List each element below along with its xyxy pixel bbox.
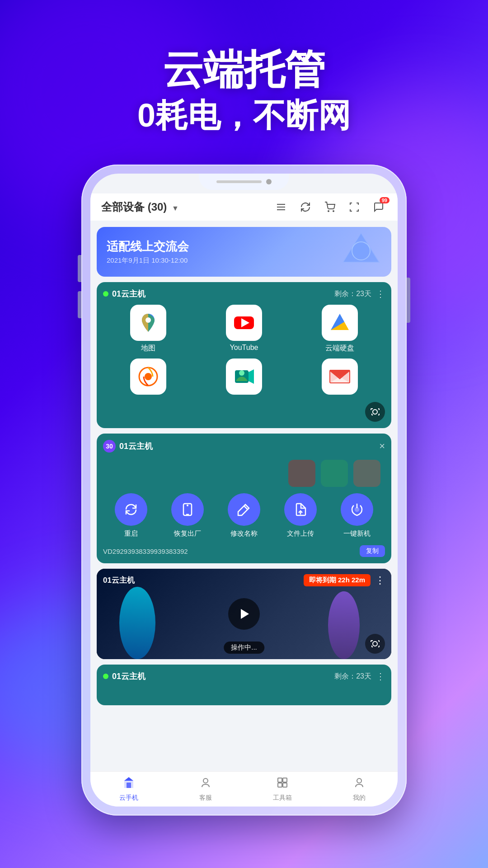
app-item-drive[interactable]: 云端硬盘 bbox=[295, 305, 385, 353]
svg-point-3 bbox=[328, 211, 329, 212]
svg-rect-36 bbox=[278, 778, 282, 782]
svg-marker-32 bbox=[241, 609, 249, 619]
svg-rect-39 bbox=[283, 783, 287, 787]
partial-card-header: 01云主机 剩余：23天 ⋮ bbox=[103, 671, 385, 682]
file-upload-action[interactable]: 文件上传 bbox=[284, 493, 317, 538]
youtube-label: YouTube bbox=[230, 344, 258, 352]
video-bg: 01云主机 即将到期 22h 22m ⋮ 操作中... bbox=[97, 569, 391, 659]
top-bar-icons: 99 bbox=[273, 199, 387, 215]
promo-banner[interactable]: 适配线上交流会 2021年9月1日 10:30-12:00 bbox=[97, 227, 391, 277]
phone-mockup: 全部设备 (30) ▼ bbox=[81, 165, 407, 816]
menu-actions-row: 重启 恢复出厂 bbox=[103, 493, 385, 538]
notch bbox=[199, 174, 289, 190]
nav-mine-label: 我的 bbox=[353, 794, 366, 802]
restart-action[interactable]: 重启 bbox=[115, 493, 147, 538]
svg-rect-34 bbox=[127, 783, 131, 788]
actions-card: 30 01云主机 × bbox=[97, 434, 391, 563]
copy-btn[interactable]: 复制 bbox=[360, 545, 385, 557]
video-more-options[interactable]: ⋮ bbox=[375, 575, 385, 586]
svg-point-40 bbox=[357, 778, 361, 783]
apps-card-right: 剩余：23天 ⋮ bbox=[334, 288, 385, 299]
banner-decoration bbox=[341, 231, 381, 273]
actions-card-header: 30 01云主机 × bbox=[103, 440, 385, 453]
power-btn bbox=[407, 278, 410, 323]
rename-icon bbox=[228, 493, 260, 526]
partial-status-dot bbox=[103, 674, 108, 679]
phone-screen: 全部设备 (30) ▼ bbox=[90, 174, 398, 807]
list-icon-btn[interactable] bbox=[273, 199, 289, 215]
restart-label: 重启 bbox=[124, 529, 138, 538]
music-app-icon bbox=[130, 359, 166, 395]
hero-section: 云端托管 0耗电，不断网 bbox=[137, 45, 351, 137]
new-device-action[interactable]: 一键新机 bbox=[341, 493, 373, 538]
restart-icon bbox=[115, 493, 147, 526]
nav-item-service[interactable]: 客服 bbox=[167, 776, 244, 802]
drive-app-icon bbox=[322, 305, 358, 341]
partial-card: 01云主机 剩余：23天 ⋮ bbox=[97, 665, 391, 705]
factory-reset-label: 恢复出厂 bbox=[174, 529, 201, 538]
gmail-app-icon bbox=[322, 359, 358, 395]
banner-title: 适配线上交流会 bbox=[107, 239, 189, 255]
operating-badge: 操作中... bbox=[224, 642, 264, 654]
partial-remaining: 剩余：23天 bbox=[334, 672, 371, 681]
file-upload-icon bbox=[284, 493, 317, 526]
factory-reset-action[interactable]: 恢复出厂 bbox=[171, 493, 204, 538]
svg-point-4 bbox=[333, 211, 334, 212]
svg-point-16 bbox=[145, 373, 152, 380]
device-count-title[interactable]: 全部设备 (30) ▼ bbox=[101, 200, 267, 214]
bottom-nav: 云手机 客服 bbox=[90, 771, 398, 807]
app-item-meet[interactable] bbox=[199, 359, 289, 397]
video-card[interactable]: 01云主机 即将到期 22h 22m ⋮ 操作中... bbox=[97, 569, 391, 659]
message-icon-btn[interactable]: 99 bbox=[371, 199, 387, 215]
maps-app-icon bbox=[130, 305, 166, 341]
svg-point-20 bbox=[239, 370, 244, 376]
actions-card-left: 30 01云主机 bbox=[103, 440, 153, 453]
drive-label: 云端硬盘 bbox=[325, 344, 354, 353]
video-capture-btn[interactable] bbox=[365, 634, 385, 654]
svg-rect-38 bbox=[278, 783, 282, 787]
banner-text: 适配线上交流会 2021年9月1日 10:30-12:00 bbox=[107, 239, 189, 265]
svg-point-33 bbox=[373, 642, 377, 646]
device-id: VD29293938339939383392 bbox=[103, 547, 355, 555]
scan-icon-btn[interactable] bbox=[346, 199, 362, 215]
svg-point-6 bbox=[352, 242, 370, 260]
banner-subtitle: 2021年9月1日 10:30-12:00 bbox=[107, 256, 189, 265]
char-right bbox=[324, 591, 364, 659]
app-item-gmail[interactable] bbox=[295, 359, 385, 397]
new-device-icon bbox=[341, 493, 373, 526]
meet-app-icon bbox=[226, 359, 262, 395]
app-item-maps[interactable]: 地图 bbox=[103, 305, 193, 353]
notch-camera bbox=[266, 179, 272, 184]
file-upload-label: 文件上传 bbox=[287, 529, 314, 538]
cart-icon-btn[interactable] bbox=[322, 199, 338, 215]
phone-frame: 全部设备 (30) ▼ bbox=[81, 165, 407, 816]
app-item-youtube[interactable]: YouTube bbox=[199, 305, 289, 353]
svg-point-31 bbox=[355, 508, 359, 511]
partial-more-options[interactable]: ⋮ bbox=[376, 671, 385, 682]
factory-reset-icon bbox=[171, 493, 204, 526]
partial-card-title: 01云主机 bbox=[112, 671, 145, 682]
screen-capture-btn[interactable] bbox=[365, 402, 385, 422]
svg-rect-37 bbox=[283, 778, 287, 782]
rename-label: 修改名称 bbox=[230, 529, 258, 538]
rename-action[interactable]: 修改名称 bbox=[228, 493, 260, 538]
svg-point-8 bbox=[145, 317, 151, 323]
apps-grid: 地图 YouTube bbox=[103, 305, 385, 397]
nav-phone-label: 云手机 bbox=[119, 794, 138, 802]
device-num-badge: 30 bbox=[103, 440, 116, 453]
dropdown-arrow[interactable]: ▼ bbox=[172, 204, 179, 212]
close-actions-btn[interactable]: × bbox=[379, 440, 385, 452]
more-options-icon[interactable]: ⋮ bbox=[376, 288, 385, 299]
apps-card-left: 01云主机 bbox=[103, 288, 145, 299]
video-timer: 即将到期 22h 22m bbox=[304, 574, 371, 586]
nav-item-mine[interactable]: 我的 bbox=[321, 776, 398, 802]
screen-content: 全部设备 (30) ▼ bbox=[90, 174, 398, 807]
play-button[interactable] bbox=[228, 598, 260, 630]
nav-item-toolbox[interactable]: 工具箱 bbox=[244, 776, 321, 802]
device-id-row: VD29293938339939383392 复制 bbox=[103, 545, 385, 557]
refresh-icon-btn[interactable] bbox=[297, 199, 314, 215]
nav-item-phone[interactable]: 云手机 bbox=[90, 776, 167, 802]
status-dot-online bbox=[103, 291, 108, 297]
nav-phone-icon bbox=[122, 776, 135, 792]
app-item-music[interactable] bbox=[103, 359, 193, 397]
